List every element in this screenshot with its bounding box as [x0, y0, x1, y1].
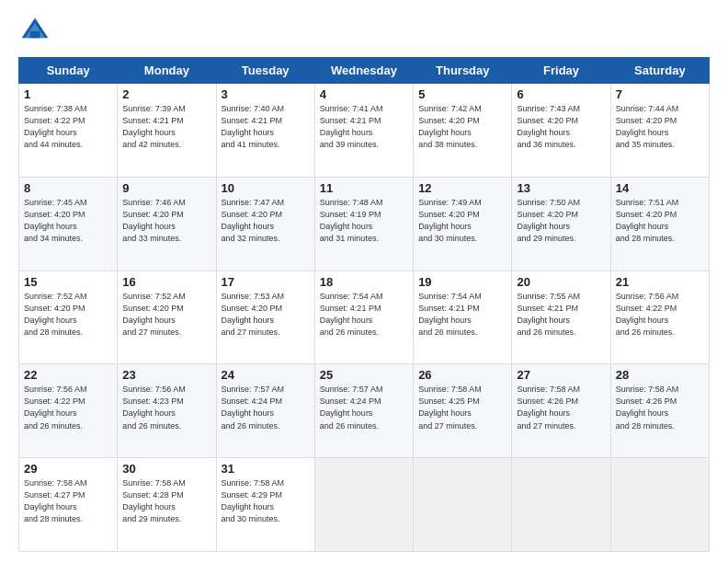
- table-row: 11Sunrise: 7:48 AMSunset: 4:19 PMDayligh…: [314, 177, 413, 270]
- table-row: 24Sunrise: 7:57 AMSunset: 4:24 PMDayligh…: [216, 364, 314, 458]
- table-row: 25Sunrise: 7:57 AMSunset: 4:24 PMDayligh…: [314, 364, 413, 458]
- table-row: 9Sunrise: 7:46 AMSunset: 4:20 PMDaylight…: [118, 177, 216, 270]
- table-row: 18Sunrise: 7:54 AMSunset: 4:21 PMDayligh…: [314, 270, 413, 364]
- table-row: 2Sunrise: 7:39 AMSunset: 4:21 PMDaylight…: [118, 84, 216, 178]
- day-header-wednesday: Wednesday: [314, 58, 413, 84]
- table-row: 26Sunrise: 7:58 AMSunset: 4:25 PMDayligh…: [414, 364, 512, 458]
- table-row: 31Sunrise: 7:58 AMSunset: 4:29 PMDayligh…: [216, 458, 314, 552]
- table-row: 8Sunrise: 7:45 AMSunset: 4:20 PMDaylight…: [19, 177, 118, 270]
- table-row: 14Sunrise: 7:51 AMSunset: 4:20 PMDayligh…: [610, 177, 709, 270]
- page: SundayMondayTuesdayWednesdayThursdayFrid…: [0, 0, 728, 563]
- calendar-header-row: SundayMondayTuesdayWednesdayThursdayFrid…: [19, 58, 710, 84]
- table-row: 5Sunrise: 7:42 AMSunset: 4:20 PMDaylight…: [414, 84, 512, 178]
- table-row: [314, 458, 413, 552]
- table-row: 15Sunrise: 7:52 AMSunset: 4:20 PMDayligh…: [19, 270, 118, 364]
- table-row: 13Sunrise: 7:50 AMSunset: 4:20 PMDayligh…: [512, 177, 610, 270]
- header: [18, 15, 710, 48]
- day-header-saturday: Saturday: [610, 58, 709, 84]
- table-row: 22Sunrise: 7:56 AMSunset: 4:22 PMDayligh…: [19, 364, 118, 458]
- table-row: 16Sunrise: 7:52 AMSunset: 4:20 PMDayligh…: [118, 270, 216, 364]
- table-row: 23Sunrise: 7:56 AMSunset: 4:23 PMDayligh…: [118, 364, 216, 458]
- table-row: 12Sunrise: 7:49 AMSunset: 4:20 PMDayligh…: [414, 177, 512, 270]
- table-row: [414, 458, 512, 552]
- table-row: 4Sunrise: 7:41 AMSunset: 4:21 PMDaylight…: [314, 84, 413, 178]
- table-row: 28Sunrise: 7:58 AMSunset: 4:26 PMDayligh…: [610, 364, 709, 458]
- day-header-tuesday: Tuesday: [216, 58, 314, 84]
- calendar-week-2: 8Sunrise: 7:45 AMSunset: 4:20 PMDaylight…: [19, 177, 710, 270]
- table-row: 3Sunrise: 7:40 AMSunset: 4:21 PMDaylight…: [216, 84, 314, 178]
- logo-icon: [18, 15, 51, 48]
- logo: [18, 15, 55, 48]
- day-header-monday: Monday: [118, 58, 216, 84]
- day-header-thursday: Thursday: [414, 58, 512, 84]
- table-row: 6Sunrise: 7:43 AMSunset: 4:20 PMDaylight…: [512, 84, 610, 178]
- table-row: 7Sunrise: 7:44 AMSunset: 4:20 PMDaylight…: [610, 84, 709, 178]
- table-row: 19Sunrise: 7:54 AMSunset: 4:21 PMDayligh…: [414, 270, 512, 364]
- table-row: 1Sunrise: 7:38 AMSunset: 4:22 PMDaylight…: [19, 84, 118, 178]
- calendar-week-5: 29Sunrise: 7:58 AMSunset: 4:27 PMDayligh…: [19, 458, 710, 552]
- calendar-table: SundayMondayTuesdayWednesdayThursdayFrid…: [18, 57, 710, 552]
- calendar-week-4: 22Sunrise: 7:56 AMSunset: 4:22 PMDayligh…: [19, 364, 710, 458]
- table-row: 27Sunrise: 7:58 AMSunset: 4:26 PMDayligh…: [512, 364, 610, 458]
- table-row: 20Sunrise: 7:55 AMSunset: 4:21 PMDayligh…: [512, 270, 610, 364]
- table-row: [512, 458, 610, 552]
- table-row: 21Sunrise: 7:56 AMSunset: 4:22 PMDayligh…: [610, 270, 709, 364]
- svg-rect-2: [30, 31, 40, 38]
- day-header-friday: Friday: [512, 58, 610, 84]
- table-row: 29Sunrise: 7:58 AMSunset: 4:27 PMDayligh…: [19, 458, 118, 552]
- table-row: 10Sunrise: 7:47 AMSunset: 4:20 PMDayligh…: [216, 177, 314, 270]
- table-row: [610, 458, 709, 552]
- table-row: 30Sunrise: 7:58 AMSunset: 4:28 PMDayligh…: [118, 458, 216, 552]
- day-header-sunday: Sunday: [19, 58, 118, 84]
- table-row: 17Sunrise: 7:53 AMSunset: 4:20 PMDayligh…: [216, 270, 314, 364]
- calendar-week-1: 1Sunrise: 7:38 AMSunset: 4:22 PMDaylight…: [19, 84, 710, 178]
- calendar-week-3: 15Sunrise: 7:52 AMSunset: 4:20 PMDayligh…: [19, 270, 710, 364]
